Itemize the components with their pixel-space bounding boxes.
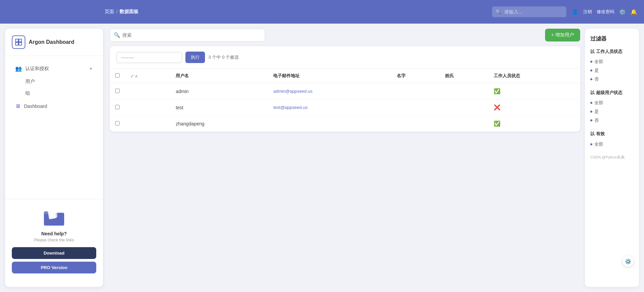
user-icon: 👤	[572, 9, 578, 15]
help-title: Need help?	[12, 231, 96, 236]
resize-icon: ⤢ ∧	[130, 74, 138, 79]
row-checkbox-cell	[110, 99, 125, 116]
settings-icon[interactable]: ⚙️	[619, 9, 626, 15]
users-table: ⤢ ∧ 用户名 电子邮件地址 名字 姓氏 工作人员状态 admin admin@…	[110, 69, 580, 132]
sidebar-item-dashboard-label: Dashboard	[24, 104, 47, 109]
search-main-icon: 🔍	[114, 32, 120, 38]
help-illustration	[12, 206, 96, 228]
row-spacer-cell	[125, 116, 170, 132]
breadcrumb-home[interactable]: 页面	[105, 9, 114, 15]
filter-staff-all[interactable]: 全部	[590, 57, 634, 66]
row-email-cell: test@appseed.us	[268, 99, 391, 116]
svg-rect-1	[19, 39, 22, 42]
watermark: CSDN @Python私教	[590, 155, 634, 160]
row-checkbox-cell	[110, 83, 125, 99]
header-search-wrap: 🔍	[492, 6, 566, 17]
filter-dot	[590, 143, 592, 145]
row-checkbox-cell	[110, 116, 125, 132]
header-search-icon: 🔍	[495, 9, 501, 14]
table-row: test test@appseed.us ❌	[110, 99, 580, 116]
sidebar-item-dashboard[interactable]: 🖥 Dashboard	[8, 100, 100, 113]
pro-version-button[interactable]: PRO Version	[12, 262, 96, 273]
svg-rect-3	[19, 42, 22, 45]
row-lastname-cell	[440, 83, 488, 99]
row-lastname-cell	[440, 116, 488, 132]
execute-button[interactable]: 执行	[185, 52, 205, 63]
download-button[interactable]: Download	[12, 247, 96, 259]
filter-dot	[590, 69, 592, 71]
sidebar-groups-label: 组	[25, 90, 30, 96]
nav-register[interactable]: 注销	[583, 9, 592, 15]
main-panel: 🔍 + 增加用户 执行 3 个中 0 个被选	[110, 29, 580, 287]
nav-change-pwd[interactable]: 修改密码	[597, 9, 614, 15]
filter-title: 过滤器	[590, 35, 634, 42]
gear-float-button[interactable]: ⚙️	[623, 256, 634, 267]
filter-active-all[interactable]: 全部	[590, 140, 634, 149]
sidebar-item-users[interactable]: 用户	[8, 76, 100, 87]
action-select-input[interactable]	[117, 52, 182, 63]
select-all-checkbox[interactable]	[115, 73, 120, 78]
row-username-cell: test	[170, 99, 268, 116]
row-checkbox[interactable]	[115, 121, 120, 125]
filter-super-yes[interactable]: 是	[590, 107, 634, 116]
filter-panel: 过滤器 以 工作人员状态 全部 是 否 以 超级用户状态	[585, 29, 639, 287]
top-header: 页面 / 数据面板 🔍 👤 注销 修改密码 ⚙️ 🔔	[0, 0, 644, 24]
filter-super-title: 以 超级用户状态	[590, 90, 634, 96]
main-layout: Argon Dashboard 👥 认证和授权 ▼ 用户 组 🖥 Dashboa…	[0, 24, 644, 292]
sidebar-logo: Argon Dashboard	[5, 35, 103, 56]
filter-dot	[590, 78, 592, 80]
status-active-icon: ✅	[494, 121, 500, 126]
svg-rect-8	[51, 208, 57, 217]
filter-active-title: 以 有效	[590, 131, 634, 137]
search-main-wrap: 🔍	[110, 29, 265, 41]
row-spacer-cell	[125, 99, 170, 116]
status-active-icon: ✅	[494, 88, 500, 94]
dashboard-icon: 🖥	[15, 103, 21, 109]
row-firstname-cell	[391, 83, 440, 99]
row-email-cell	[268, 116, 391, 132]
chevron-down-icon: ▼	[89, 66, 93, 71]
header-links: 👤 注销 修改密码 ⚙️ 🔔	[572, 9, 637, 15]
filter-staff-yes[interactable]: 是	[590, 66, 634, 75]
col-resize: ⤢ ∧	[125, 69, 170, 83]
row-checkbox[interactable]	[115, 105, 120, 109]
header-search-input[interactable]	[492, 6, 566, 17]
filter-super-all[interactable]: 全部	[590, 98, 634, 107]
sidebar-nav: 👥 认证和授权 ▼ 用户 组 🖥 Dashboard	[5, 56, 103, 199]
sidebar-users-label: 用户	[25, 79, 35, 84]
filter-section-staff: 以 工作人员状态 全部 是 否	[590, 49, 634, 84]
notification-icon[interactable]: 🔔	[630, 9, 637, 15]
search-main-input[interactable]	[110, 29, 265, 41]
row-spacer-cell	[125, 83, 170, 99]
row-checkbox[interactable]	[115, 89, 120, 93]
filter-staff-no[interactable]: 否	[590, 75, 634, 84]
add-user-button[interactable]: + 增加用户	[545, 29, 580, 41]
breadcrumb: 页面 / 数据面板	[105, 9, 138, 15]
filter-section-active: 以 有效 全部	[590, 131, 634, 148]
status-inactive-icon: ❌	[494, 105, 500, 110]
sidebar: Argon Dashboard 👥 认证和授权 ▼ 用户 组 🖥 Dashboa…	[5, 29, 103, 287]
col-email: 电子邮件地址	[268, 69, 391, 83]
table-row: zhangdapeng ✅	[110, 116, 580, 132]
svg-rect-0	[16, 39, 18, 42]
col-staff-status: 工作人员状态	[488, 69, 580, 83]
sidebar-item-groups[interactable]: 组	[8, 88, 100, 99]
table-toolbar: 执行 3 个中 0 个被选	[110, 46, 580, 69]
sidebar-item-auth[interactable]: 👥 认证和授权 ▼	[8, 62, 100, 75]
breadcrumb-current: 数据面板	[120, 9, 138, 15]
col-lastname: 姓氏	[440, 69, 488, 83]
table-header-row: ⤢ ∧ 用户名 电子邮件地址 名字 姓氏 工作人员状态	[110, 69, 580, 83]
content-area: 🔍 + 增加用户 执行 3 个中 0 个被选	[103, 24, 644, 292]
help-subtitle: Please check the links	[12, 238, 96, 242]
row-staff-cell: ✅	[488, 116, 580, 132]
col-firstname: 名字	[391, 69, 440, 83]
filter-super-no[interactable]: 否	[590, 116, 634, 125]
row-staff-cell: ✅	[488, 83, 580, 99]
sidebar-help: Need help? Please check the links Downlo…	[5, 199, 103, 280]
sidebar-item-auth-label: 认证和授权	[25, 66, 49, 72]
filter-dot	[590, 61, 592, 63]
row-firstname-cell	[391, 116, 440, 132]
table-card: 执行 3 个中 0 个被选 ⤢ ∧ 用户名 电子邮件	[110, 46, 580, 132]
breadcrumb-sep: /	[116, 9, 118, 14]
table-row: admin admin@appseed.us ✅	[110, 83, 580, 99]
